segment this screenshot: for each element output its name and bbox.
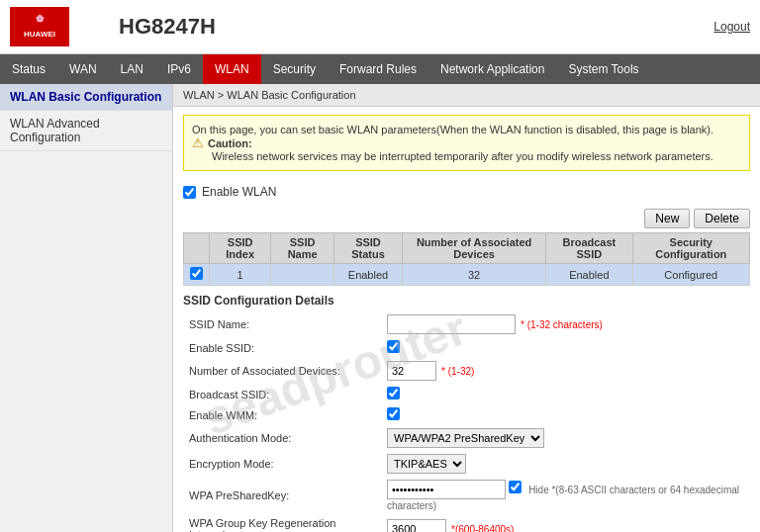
nav-ipv6[interactable]: IPv6: [155, 54, 203, 84]
field-group-key-interval: WPA Group Key Regeneration Interval: *(6…: [183, 514, 750, 532]
warning-icon: ⚠: [192, 135, 204, 150]
logo-area: 🌸 HUAWEI: [10, 7, 109, 46]
col-ssid-status: SSID Status: [333, 233, 402, 264]
associated-devices-hint: * (1-32): [441, 366, 474, 377]
col-associated-devices: Number of Associated Devices: [403, 233, 546, 264]
enable-ssid-checkbox[interactable]: [387, 340, 400, 353]
field-broadcast-ssid-label: Broadcast SSID:: [183, 384, 381, 404]
enable-wlan-checkbox[interactable]: [183, 186, 196, 199]
main-content: WLAN > WLAN Basic Configuration On this …: [173, 84, 760, 532]
field-auth-mode-label: Authentication Mode:: [183, 425, 381, 451]
col-ssid-index: SSID Index: [210, 233, 271, 264]
layout: WLAN Basic Configuration WLAN Advanced C…: [0, 84, 760, 532]
field-associated-devices-label: Number of Associated Devices:: [183, 358, 381, 384]
field-ssid-name: SSID Name: * (1-32 characters): [183, 311, 750, 337]
ssid-table-body: 1 Enabled 32 Enabled Configured: [184, 264, 750, 286]
field-enable-ssid-value: [381, 337, 750, 358]
ssid-name-input[interactable]: [387, 314, 516, 334]
row-status: Enabled: [333, 264, 402, 286]
group-key-interval-input[interactable]: [387, 519, 446, 532]
field-broadcast-ssid: Broadcast SSID:: [183, 384, 750, 404]
config-details: SSID Configuration Details SSID Name: * …: [173, 290, 760, 532]
auth-mode-select[interactable]: WPA/WPA2 PreSharedKey Open WPA WPA2: [387, 428, 544, 448]
field-auth-mode: Authentication Mode: WPA/WPA2 PreSharedK…: [183, 425, 750, 451]
nav-status[interactable]: Status: [0, 54, 57, 84]
row-security: Configured: [632, 264, 749, 286]
field-encryption-mode: Encryption Mode: TKIP&AES TKIP AES: [183, 451, 750, 477]
nav-system-tools[interactable]: System Tools: [556, 54, 650, 84]
col-checkbox: [184, 233, 210, 264]
field-ssid-name-value: * (1-32 characters): [381, 311, 750, 337]
field-broadcast-ssid-value: [381, 384, 750, 404]
associated-devices-input[interactable]: [387, 361, 436, 381]
field-group-key-interval-label: WPA Group Key Regeneration Interval:: [183, 514, 381, 532]
field-ssid-name-label: SSID Name:: [183, 311, 381, 337]
enable-wlan-label: Enable WLAN: [202, 185, 276, 199]
ssid-table: SSID Index SSID Name SSID Status Number …: [183, 232, 750, 286]
sidebar-item-wlan-advanced[interactable]: WLAN Advanced Configuration: [0, 111, 172, 151]
config-details-title: SSID Configuration Details: [183, 294, 750, 308]
field-associated-devices-value: * (1-32): [381, 358, 750, 384]
field-encryption-mode-value: TKIP&AES TKIP AES: [381, 451, 750, 477]
caution-row: ⚠ Caution:: [192, 135, 741, 150]
col-ssid-name: SSID Name: [271, 233, 334, 264]
svg-text:🌸: 🌸: [35, 14, 44, 23]
nav-lan[interactable]: LAN: [109, 54, 155, 84]
field-group-key-interval-value: *(600-86400s): [381, 514, 750, 532]
row-checkbox-cell[interactable]: [184, 264, 210, 286]
ssid-name-hint: * (1-32 characters): [521, 319, 603, 330]
field-wpa-key: WPA PreSharedKey: Hide *(8-63 ASCII char…: [183, 477, 750, 514]
row-devices: 32: [403, 264, 546, 286]
field-wpa-key-label: WPA PreSharedKey:: [183, 477, 381, 514]
header: 🌸 HUAWEI HG8247H Logout: [0, 0, 760, 54]
svg-text:HUAWEI: HUAWEI: [24, 30, 55, 39]
huawei-logo: 🌸 HUAWEI: [10, 7, 69, 46]
nav-forward-rules[interactable]: Forward Rules: [328, 54, 428, 84]
logo-text: 🌸 HUAWEI: [13, 7, 67, 47]
new-button[interactable]: New: [644, 209, 690, 228]
table-section: New Delete SSID Index SSID Name SSID Sta…: [173, 205, 760, 290]
config-table: SSID Name: * (1-32 characters) Enable SS…: [183, 311, 750, 532]
broadcast-ssid-checkbox[interactable]: [387, 387, 400, 399]
col-security-config: Security Configuration: [632, 233, 749, 264]
sidebar: WLAN Basic Configuration WLAN Advanced C…: [0, 84, 173, 532]
field-enable-ssid: Enable SSID:: [183, 337, 750, 358]
breadcrumb: WLAN > WLAN Basic Configuration: [173, 84, 760, 107]
nav-wan[interactable]: WAN: [57, 54, 109, 84]
notice-main-text: On this page, you can set basic WLAN par…: [192, 124, 741, 135]
notice-box: On this page, you can set basic WLAN par…: [183, 115, 750, 171]
caution-text: Wireless network services may be interru…: [212, 150, 741, 162]
hide-key-checkbox[interactable]: [509, 481, 522, 493]
nav-network-application[interactable]: Network Application: [428, 54, 556, 84]
ssid-table-header: SSID Index SSID Name SSID Status Number …: [184, 233, 750, 264]
field-enable-wmm-label: Enable WMM:: [183, 404, 381, 425]
enable-wlan-row: Enable WLAN: [173, 179, 760, 205]
field-enable-ssid-label: Enable SSID:: [183, 337, 381, 358]
table-row[interactable]: 1 Enabled 32 Enabled Configured: [184, 264, 750, 286]
table-buttons: New Delete: [183, 209, 750, 228]
row-broadcast: Enabled: [546, 264, 632, 286]
encryption-mode-select[interactable]: TKIP&AES TKIP AES: [387, 454, 466, 474]
wpa-key-input[interactable]: [387, 480, 506, 499]
field-enable-wmm: Enable WMM:: [183, 404, 750, 425]
enable-wmm-checkbox[interactable]: [387, 407, 400, 420]
sidebar-item-wlan-basic[interactable]: WLAN Basic Configuration: [0, 84, 172, 111]
logout-button[interactable]: Logout: [713, 20, 750, 34]
caution-label: Caution:: [208, 137, 252, 149]
delete-button[interactable]: Delete: [694, 209, 750, 228]
field-encryption-mode-label: Encryption Mode:: [183, 451, 381, 477]
col-broadcast-ssid: Broadcast SSID: [546, 233, 632, 264]
field-auth-mode-value: WPA/WPA2 PreSharedKey Open WPA WPA2: [381, 425, 750, 451]
field-enable-wmm-value: [381, 404, 750, 425]
group-key-interval-hint: *(600-86400s): [451, 524, 514, 532]
row-index: 1: [210, 264, 271, 286]
row-checkbox[interactable]: [190, 267, 203, 280]
svg-rect-0: [13, 7, 67, 44]
nav-security[interactable]: Security: [261, 54, 328, 84]
device-title: HG8247H: [109, 14, 713, 40]
main-nav: Status WAN LAN IPv6 WLAN Security Forwar…: [0, 54, 760, 84]
field-associated-devices: Number of Associated Devices: * (1-32): [183, 358, 750, 384]
field-wpa-key-value: Hide *(8-63 ASCII characters or 64 hexad…: [381, 477, 750, 514]
nav-wlan[interactable]: WLAN: [203, 54, 261, 84]
row-name: [271, 264, 334, 286]
